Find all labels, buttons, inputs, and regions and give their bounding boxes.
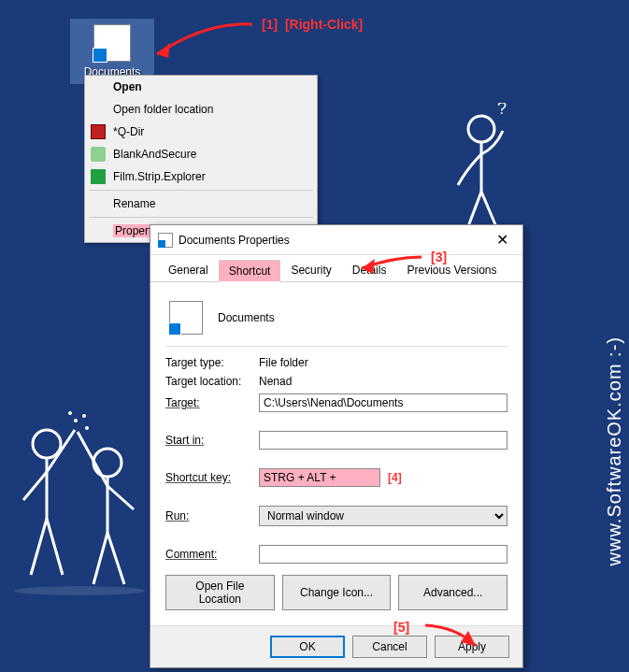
arrow-1 [150,17,262,67]
value-target-location: Nenad [259,375,507,388]
svg-point-10 [14,586,145,595]
properties-dialog: Documents Properties ✕ General Shortcut … [150,224,523,668]
annotation-5: [5] [393,620,409,635]
svg-point-4 [33,430,61,458]
menu-item-qdir[interactable]: *Q-Dir [85,121,317,143]
menu-separator [89,217,313,218]
menu-separator [89,190,313,191]
advanced-button[interactable]: Advanced... [398,575,507,610]
svg-point-7 [82,414,86,418]
svg-marker-12 [461,631,476,646]
svg-point-8 [85,426,89,430]
arrow-5 [422,622,487,656]
context-menu: Open Open folder location *Q-Dir BlankAn… [84,75,318,243]
watermark: www.SoftwareOK.com :-) [604,336,625,565]
doc-name: Documents [218,311,275,324]
doc-icon [169,301,203,335]
dialog-title: Documents Properties [179,234,489,247]
annotation-3: [3] [431,250,447,265]
input-start-in[interactable] [259,431,507,450]
close-button[interactable]: ✕ [489,231,515,249]
dialog-titlebar: Documents Properties ✕ [150,225,522,255]
shield-icon [91,147,106,162]
stick-figure-highfive [5,393,164,611]
svg-point-5 [93,449,122,477]
label-target: Target: [165,396,259,409]
value-target-type: File folder [259,356,507,369]
svg-text:?: ? [497,103,507,118]
open-file-location-button[interactable]: Open File Location [165,575,275,610]
menu-item-filmstrip[interactable]: Film.Strip.Explorer [85,165,317,188]
label-shortcut-key: Shortcut key: [165,471,259,484]
dialog-tabs: General Shortcut Security Details Previo… [150,255,522,282]
annotation-4: [4] [388,471,402,484]
svg-point-6 [74,419,78,422]
cancel-button[interactable]: Cancel [352,636,427,658]
menu-item-open-folder-location[interactable]: Open folder location [85,98,317,121]
arrow-3 [356,250,431,280]
qdir-icon [91,124,106,139]
input-comment[interactable] [259,545,507,564]
annotation-1-text: [Right-Click] [285,17,363,32]
change-icon-button[interactable]: Change Icon... [282,575,392,610]
label-target-location: Target location: [165,375,259,388]
dialog-body: Documents Target type:File folder Target… [150,282,522,625]
ok-button[interactable]: OK [270,636,345,658]
label-target-type: Target type: [165,356,259,369]
svg-marker-0 [157,43,170,58]
menu-item-blankandsecure[interactable]: BlankAndSecure [85,143,317,165]
dialog-title-icon [158,233,173,248]
label-comment: Comment: [165,548,259,561]
label-run: Run: [165,509,259,522]
menu-item-rename[interactable]: Rename [85,193,317,215]
input-shortcut-key[interactable] [259,468,380,487]
annotation-1: [1] [Right-Click] [262,17,363,32]
documents-icon [93,24,131,62]
menu-item-open[interactable]: Open [85,76,317,98]
annotation-1-num: [1] [262,17,278,32]
tab-shortcut[interactable]: Shortcut [219,260,281,282]
svg-point-1 [468,116,494,142]
label-start-in: Start in: [165,434,259,447]
film-icon [91,169,106,184]
svg-point-9 [68,411,72,415]
tab-security[interactable]: Security [280,259,341,281]
tab-general[interactable]: General [158,259,219,281]
select-run[interactable]: Normal window [259,506,507,526]
input-target[interactable] [259,393,507,412]
